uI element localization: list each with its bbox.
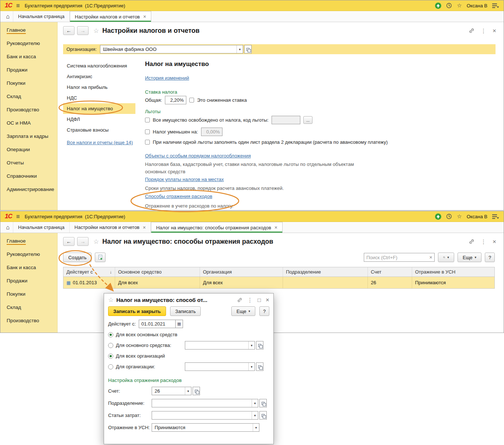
tab-tax-settings[interactable]: Настройки налогов и отчетов × bbox=[70, 11, 151, 22]
more-menu-icon[interactable]: ⋮ bbox=[247, 297, 253, 303]
help-button[interactable]: ? bbox=[485, 253, 495, 262]
tab-start-page[interactable]: Начальная страница bbox=[13, 11, 70, 22]
asset-open-button[interactable] bbox=[256, 341, 263, 350]
department-select[interactable]: ▾ bbox=[152, 399, 258, 407]
forward-button[interactable]: → bbox=[77, 237, 89, 246]
get-link-icon[interactable] bbox=[469, 28, 474, 34]
nav-item-profit-tax[interactable]: Налог на прибыль bbox=[63, 82, 135, 93]
org-select[interactable]: ▾ bbox=[185, 362, 255, 371]
calendar-icon[interactable]: ▦ bbox=[176, 320, 183, 328]
get-link-icon[interactable] bbox=[237, 297, 242, 303]
sidebar-item-main[interactable]: Главное bbox=[0, 24, 57, 37]
rate-field[interactable]: 2,20% bbox=[165, 96, 186, 104]
dropdown-arrow-icon[interactable]: ▾ bbox=[253, 424, 259, 431]
sidebar-item-purchases[interactable]: Покупки bbox=[0, 77, 57, 90]
organization-open-button[interactable] bbox=[244, 45, 252, 53]
dialog-help-button[interactable]: ? bbox=[259, 306, 269, 316]
more-menu-icon[interactable]: ⋮ bbox=[481, 28, 486, 34]
favorite-star-icon[interactable]: ☆ bbox=[93, 27, 99, 35]
column-header-valid-from[interactable]: Действует с↓ bbox=[63, 267, 115, 277]
sidebar-item-bank-cash[interactable]: Банк и касса bbox=[0, 50, 57, 63]
sidebar-item-production[interactable]: Производство bbox=[0, 103, 57, 117]
save-and-close-button[interactable]: Записать и закрыть bbox=[108, 306, 166, 316]
radio-all-assets[interactable] bbox=[108, 332, 113, 337]
department-open-button[interactable] bbox=[259, 399, 267, 407]
back-button[interactable]: ← bbox=[63, 237, 75, 246]
radio-single-asset[interactable] bbox=[108, 343, 113, 348]
tools-settings-icon[interactable] bbox=[492, 214, 499, 219]
single-sheet-checkbox[interactable] bbox=[145, 140, 150, 145]
exempt-checkbox[interactable] bbox=[145, 118, 150, 122]
column-header-usn[interactable]: Отражение в УСН bbox=[412, 267, 494, 277]
sidebar-item-production[interactable]: Производство bbox=[0, 314, 57, 327]
sidebar-item-salary-hr[interactable]: Зарплата и кадры bbox=[0, 130, 57, 143]
history-icon[interactable] bbox=[446, 213, 452, 219]
dropdown-arrow-icon[interactable]: ▾ bbox=[237, 45, 243, 53]
reduced-rate-checkbox[interactable] bbox=[189, 98, 194, 102]
nav-item-property-tax[interactable]: Налог на имущество bbox=[63, 103, 135, 114]
tab-expense-methods[interactable]: Налог на имущество: способы отражения ра… bbox=[151, 222, 283, 233]
back-button[interactable]: ← bbox=[63, 26, 75, 35]
sidebar-item-bank-cash[interactable]: Банк и касса bbox=[0, 261, 57, 274]
asset-select[interactable]: ▾ bbox=[185, 341, 255, 350]
all-taxes-link[interactable]: Все налоги и отчеты (еще 14) bbox=[67, 140, 133, 145]
main-menu-icon[interactable]: ≡ bbox=[16, 213, 20, 220]
home-icon[interactable]: ⌂ bbox=[3, 11, 13, 22]
internet-support-icon[interactable] bbox=[435, 3, 441, 9]
nav-item-ndfl[interactable]: НДФЛ bbox=[63, 114, 135, 125]
sidebar-item-administration[interactable]: Администрирование bbox=[0, 183, 57, 196]
special-objects-link[interactable]: Объекты с особым порядком налогообложени… bbox=[145, 153, 251, 159]
tab-close-icon[interactable]: × bbox=[143, 14, 146, 19]
favorite-star-icon[interactable]: ☆ bbox=[108, 296, 114, 304]
payment-order-link[interactable]: Порядок уплаты налогов на местах bbox=[145, 177, 224, 182]
tab-close-icon[interactable]: × bbox=[143, 225, 146, 230]
expense-methods-link[interactable]: Способы отражения расходов bbox=[145, 194, 212, 199]
dropdown-arrow-icon[interactable]: ▾ bbox=[252, 399, 258, 407]
nav-item-vat[interactable]: НДС bbox=[63, 93, 135, 103]
tools-settings-icon[interactable] bbox=[492, 3, 499, 8]
account-open-button[interactable] bbox=[193, 387, 200, 395]
create-button[interactable]: Создать bbox=[63, 253, 92, 262]
maximize-icon[interactable]: □ bbox=[258, 297, 261, 303]
benefit-code-ellipsis-button[interactable]: ... bbox=[303, 116, 313, 124]
tab-start-page[interactable]: Начальная страница bbox=[13, 222, 70, 233]
favorites-icon[interactable]: ☆ bbox=[457, 2, 462, 9]
column-header-department[interactable]: Подразделение bbox=[283, 267, 368, 277]
tax-reduced-checkbox[interactable] bbox=[145, 129, 150, 134]
radio-all-orgs[interactable] bbox=[108, 354, 113, 359]
sidebar-item-purchases[interactable]: Покупки bbox=[0, 288, 57, 301]
home-icon[interactable]: ⌂ bbox=[3, 222, 13, 233]
nav-item-anticrisis[interactable]: Антикризис bbox=[63, 71, 135, 82]
valid-from-field[interactable]: 01.01.2021 bbox=[139, 320, 176, 328]
org-open-button[interactable] bbox=[256, 362, 263, 371]
favorite-star-icon[interactable]: ☆ bbox=[93, 238, 99, 246]
search-input[interactable] bbox=[364, 255, 427, 260]
close-form-icon[interactable]: × bbox=[493, 239, 496, 245]
current-user[interactable]: Оксана В bbox=[467, 214, 487, 219]
favorites-icon[interactable]: ☆ bbox=[457, 213, 462, 220]
current-user[interactable]: Оксана В bbox=[467, 3, 487, 8]
create-by-copy-button[interactable] bbox=[95, 253, 106, 262]
get-link-icon[interactable] bbox=[469, 239, 474, 244]
organization-select[interactable]: Швейная фабрика ООО ▾ bbox=[100, 45, 243, 53]
sidebar-item-fixed-assets[interactable]: ОС и НМА bbox=[0, 117, 57, 130]
search-button[interactable]: ▾ bbox=[438, 253, 454, 262]
main-menu-icon[interactable]: ≡ bbox=[16, 3, 20, 9]
sidebar-item-reports[interactable]: Отчеты bbox=[0, 156, 57, 170]
sidebar-item-operations[interactable]: Операции bbox=[0, 143, 57, 156]
sidebar-item-warehouse[interactable]: Склад bbox=[0, 90, 57, 103]
sidebar-item-manager[interactable]: Руководителю bbox=[0, 37, 57, 50]
dropdown-arrow-icon[interactable]: ▾ bbox=[185, 387, 191, 395]
dropdown-arrow-icon[interactable]: ▾ bbox=[252, 411, 258, 419]
radio-single-org[interactable] bbox=[108, 364, 113, 369]
sidebar-item-warehouse[interactable]: Склад bbox=[0, 301, 57, 314]
nav-item-insurance[interactable]: Страховые взносы bbox=[63, 125, 135, 135]
account-select[interactable]: 26▾ bbox=[152, 387, 191, 395]
column-header-asset[interactable]: Основное средство bbox=[115, 267, 200, 277]
close-dialog-icon[interactable]: × bbox=[266, 297, 269, 303]
internet-support-icon[interactable] bbox=[435, 213, 441, 220]
sidebar-item-sales[interactable]: Продажи bbox=[0, 63, 57, 77]
dropdown-arrow-icon[interactable]: ▾ bbox=[248, 341, 255, 349]
tab-tax-settings[interactable]: Настройки налогов и отчетов × bbox=[70, 222, 151, 233]
sidebar-item-directories[interactable]: Справочники bbox=[0, 170, 57, 183]
